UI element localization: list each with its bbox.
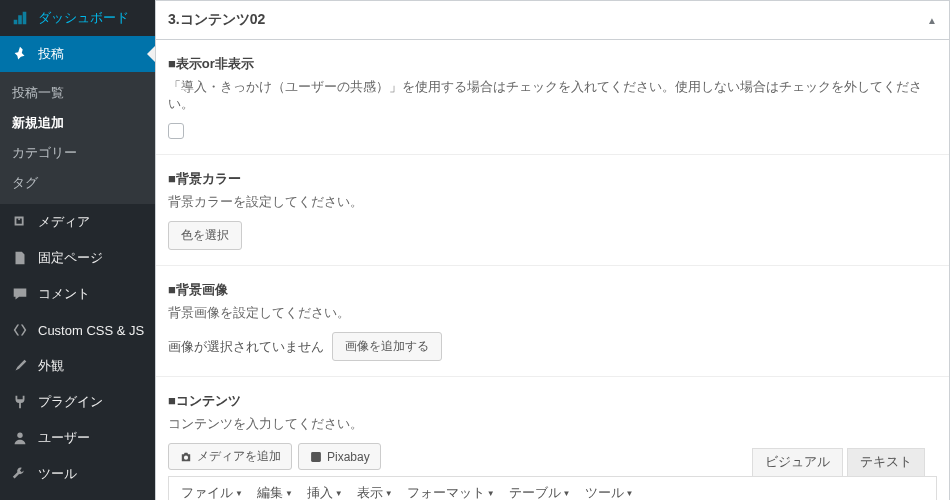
menu-table[interactable]: テーブル▼ [503, 481, 577, 500]
main-content: 3.コンテンツ02 ▲ ■表示or非表示 「導入・きっかけ（ユーザーの共感）」を… [155, 0, 950, 500]
field-label: ■表示or非表示 [168, 55, 937, 73]
menu-tools[interactable]: ツール▼ [579, 481, 640, 500]
sidebar-item-tools[interactable]: ツール [0, 456, 155, 492]
menu-label: ツール [38, 465, 77, 483]
plug-icon [10, 392, 30, 412]
menu-insert[interactable]: 挿入▼ [301, 481, 349, 500]
admin-sidebar: ダッシュボード 投稿 投稿一覧 新規追加 カテゴリー タグ メディア 固定ページ… [0, 0, 155, 500]
menu-view[interactable]: 表示▼ [351, 481, 399, 500]
button-label: メディアを追加 [197, 448, 281, 465]
pin-icon [10, 44, 30, 64]
metabox-header[interactable]: 3.コンテンツ02 ▲ [156, 1, 949, 40]
sidebar-item-settings[interactable]: 設定 [0, 492, 155, 500]
field-description: コンテンツを入力してください。 [168, 416, 937, 433]
sidebar-item-appearance[interactable]: 外観 [0, 348, 155, 384]
menu-label: ユーザー [38, 429, 90, 447]
wysiwyg-editor: メディアを追加 Pixabay ビジュアル テキスト [168, 443, 937, 500]
tab-visual[interactable]: ビジュアル [752, 448, 843, 476]
metabox-content02: 3.コンテンツ02 ▲ ■表示or非表示 「導入・きっかけ（ユーザーの共感）」を… [155, 0, 950, 500]
field-bg-image: ■背景画像 背景画像を設定してください。 画像が選択されていません 画像を追加す… [156, 265, 949, 376]
submenu-item-categories[interactable]: カテゴリー [0, 138, 155, 168]
editor-toolbar: ファイル▼ 編集▼ 挿入▼ 表示▼ フォーマット▼ テーブル▼ ツール▼ 段落▼… [168, 476, 937, 500]
sidebar-item-media[interactable]: メディア [0, 204, 155, 240]
menu-label: コメント [38, 285, 90, 303]
sidebar-item-pages[interactable]: 固定ページ [0, 240, 155, 276]
editor-menubar: ファイル▼ 編集▼ 挿入▼ 表示▼ フォーマット▼ テーブル▼ ツール▼ [169, 477, 936, 500]
menu-edit[interactable]: 編集▼ [251, 481, 299, 500]
field-label: ■背景画像 [168, 281, 937, 299]
dashboard-icon [10, 8, 30, 28]
sidebar-item-plugins[interactable]: プラグイン [0, 384, 155, 420]
pixabay-icon [309, 450, 323, 464]
menu-label: Custom CSS & JS [38, 323, 144, 338]
select-color-button[interactable]: 色を選択 [168, 221, 242, 250]
tab-text[interactable]: テキスト [847, 448, 925, 476]
sidebar-item-posts[interactable]: 投稿 [0, 36, 155, 72]
editor-tabs: ビジュアル テキスト [752, 448, 925, 476]
brush-icon [10, 356, 30, 376]
menu-label: 投稿 [38, 45, 64, 63]
field-label: ■コンテンツ [168, 392, 937, 410]
menu-format[interactable]: フォーマット▼ [401, 481, 501, 500]
sidebar-item-dashboard[interactable]: ダッシュボード [0, 0, 155, 36]
sidebar-item-users[interactable]: ユーザー [0, 420, 155, 456]
svg-point-0 [17, 433, 22, 438]
add-image-button[interactable]: 画像を追加する [332, 332, 442, 361]
submenu-posts: 投稿一覧 新規追加 カテゴリー タグ [0, 72, 155, 204]
pixabay-button[interactable]: Pixabay [298, 443, 381, 470]
submenu-item-tags[interactable]: タグ [0, 168, 155, 198]
submenu-item-add-new[interactable]: 新規追加 [0, 108, 155, 138]
field-content: ■コンテンツ コンテンツを入力してください。 メディアを追加 Pixabay [156, 376, 949, 500]
button-label: Pixabay [327, 450, 370, 464]
comment-icon [10, 284, 30, 304]
submenu-item-all-posts[interactable]: 投稿一覧 [0, 78, 155, 108]
field-display-toggle: ■表示or非表示 「導入・きっかけ（ユーザーの共感）」を使用する場合はチェックを… [156, 40, 949, 154]
menu-label: プラグイン [38, 393, 103, 411]
user-icon [10, 428, 30, 448]
media-icon [10, 212, 30, 232]
brackets-icon [10, 320, 30, 340]
menu-label: メディア [38, 213, 90, 231]
menu-label: 外観 [38, 357, 64, 375]
camera-icon [179, 450, 193, 464]
field-bg-color: ■背景カラー 背景カラーを設定してください。 色を選択 [156, 154, 949, 265]
field-group: ■表示or非表示 「導入・きっかけ（ユーザーの共感）」を使用する場合はチェックを… [156, 40, 949, 500]
collapse-icon[interactable]: ▲ [927, 15, 937, 26]
field-label: ■背景カラー [168, 170, 937, 188]
menu-label: 固定ページ [38, 249, 103, 267]
metabox-title: 3.コンテンツ02 [168, 11, 265, 29]
wrench-icon [10, 464, 30, 484]
page-icon [10, 248, 30, 268]
menu-file[interactable]: ファイル▼ [175, 481, 249, 500]
field-description: 「導入・きっかけ（ユーザーの共感）」を使用する場合はチェックを入れてください。使… [168, 79, 937, 113]
display-checkbox[interactable] [168, 123, 184, 139]
no-image-text: 画像が選択されていません [168, 338, 324, 356]
sidebar-item-custom-css-js[interactable]: Custom CSS & JS [0, 312, 155, 348]
svg-rect-5 [311, 452, 321, 462]
sidebar-item-comments[interactable]: コメント [0, 276, 155, 312]
field-description: 背景画像を設定してください。 [168, 305, 937, 322]
field-description: 背景カラーを設定してください。 [168, 194, 937, 211]
menu-label: ダッシュボード [38, 9, 129, 27]
add-media-button[interactable]: メディアを追加 [168, 443, 292, 470]
